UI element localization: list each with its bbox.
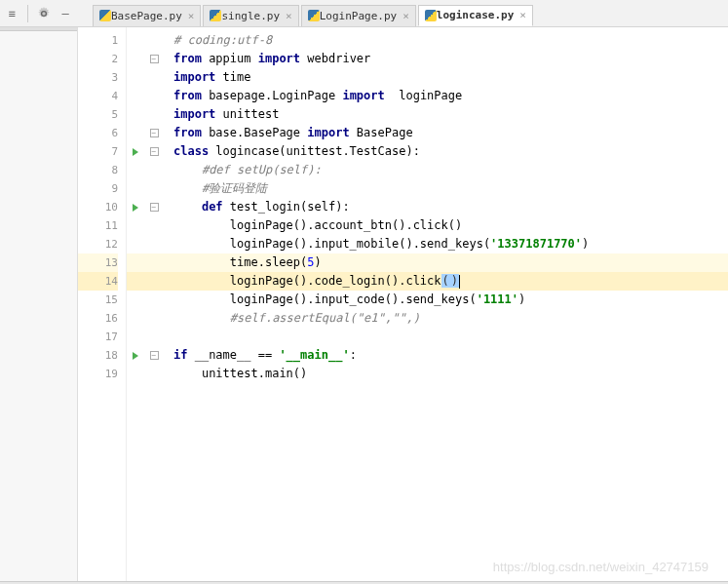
- line-number: 18: [78, 346, 118, 365]
- token-kw: import: [342, 89, 384, 102]
- fold-marker: [144, 161, 164, 179]
- close-icon[interactable]: ×: [286, 10, 292, 22]
- run-marker: [127, 365, 144, 383]
- fold-marker[interactable]: −: [144, 346, 164, 365]
- code-line[interactable]: import time: [173, 68, 728, 87]
- watermark: https://blog.csdn.net/weixin_42747159: [493, 560, 709, 574]
- code-line[interactable]: loginPage().input_mobile().send_keys('13…: [173, 235, 728, 253]
- run-marker: [127, 291, 144, 309]
- fold-marker[interactable]: −: [144, 142, 164, 161]
- fold-icon[interactable]: −: [150, 129, 159, 137]
- tab-logincase-py[interactable]: logincase.py×: [418, 5, 533, 26]
- fold-marker[interactable]: −: [144, 198, 164, 216]
- line-number-gutter: 12345678910111213141516171819: [78, 27, 127, 584]
- run-marker: [127, 309, 144, 328]
- line-number: 14: [78, 272, 118, 291]
- code-line[interactable]: loginPage().code_login().click(): [164, 272, 728, 291]
- token-str: '__main__': [279, 348, 349, 362]
- token-id: loginPage: [385, 89, 462, 102]
- run-marker[interactable]: [127, 346, 144, 365]
- project-panel[interactable]: [0, 27, 78, 584]
- close-icon[interactable]: ×: [402, 10, 409, 22]
- run-marker: [127, 235, 144, 253]
- fold-icon[interactable]: −: [150, 203, 159, 212]
- code-line[interactable]: class logincase(unittest.TestCase):: [173, 142, 728, 161]
- run-marker[interactable]: [127, 198, 144, 216]
- code-line[interactable]: # coding:utf-8: [173, 31, 728, 50]
- code-line[interactable]: unittest.main(): [173, 365, 728, 383]
- line-number: 19: [78, 365, 118, 383]
- token-kw: import: [173, 70, 215, 84]
- run-marker: [127, 68, 144, 87]
- code-line[interactable]: [173, 328, 728, 346]
- fold-marker: [144, 291, 164, 309]
- run-marker: [127, 216, 144, 235]
- code-line[interactable]: def test_login(self):: [173, 198, 728, 216]
- run-icon[interactable]: [133, 148, 138, 156]
- separator: [27, 5, 28, 22]
- token-highlight-paren: ): [450, 274, 459, 288]
- token-id: loginPage().input_mobile().send_keys(: [230, 237, 490, 251]
- fold-marker: [144, 87, 164, 105]
- code-editor[interactable]: 12345678910111213141516171819 −−−−− # co…: [78, 27, 728, 584]
- close-icon[interactable]: ×: [188, 10, 195, 22]
- line-number: 1: [78, 31, 118, 50]
- code-line[interactable]: #self.assertEqual("e1","",): [173, 309, 728, 328]
- code-line[interactable]: loginPage().input_code().send_keys('1111…: [173, 291, 728, 309]
- python-icon: [210, 10, 221, 21]
- line-number: 17: [78, 328, 118, 346]
- python-icon: [99, 10, 111, 21]
- token-kw: import: [307, 126, 349, 139]
- tab-single-py[interactable]: single.py×: [203, 5, 298, 26]
- close-icon[interactable]: ×: [519, 9, 526, 21]
- code-line[interactable]: if __name__ == '__main__':: [173, 346, 728, 365]
- minus-icon[interactable]: —: [57, 6, 73, 21]
- token-id: base.BasePage: [202, 126, 307, 139]
- token-id: basepage.LoginPage: [202, 89, 343, 102]
- code-line[interactable]: #验证码登陆: [173, 179, 728, 198]
- fold-icon[interactable]: −: [150, 55, 159, 63]
- tab-LoginPage-py[interactable]: LoginPage.py×: [301, 5, 416, 26]
- run-marker: [127, 179, 144, 198]
- code-line[interactable]: from base.BasePage import BasePage: [173, 124, 728, 142]
- token-id: unittest: [215, 107, 279, 121]
- fold-gutter: −−−−−: [144, 27, 164, 584]
- token-id: BasePage: [350, 126, 413, 139]
- code-line[interactable]: #def setUp(self):: [173, 161, 728, 179]
- tab-BasePage-py[interactable]: BasePage.py×: [93, 5, 201, 26]
- code-line[interactable]: time.sleep(5): [164, 253, 728, 272]
- code-line[interactable]: from appium import webdriver: [173, 50, 728, 68]
- code-line[interactable]: import unittest: [173, 105, 728, 124]
- run-icon[interactable]: [133, 352, 138, 360]
- token-str: '1111': [477, 292, 518, 306]
- code-line[interactable]: from basepage.LoginPage import loginPage: [173, 87, 728, 105]
- code-area[interactable]: # coding:utf-8from appium import webdriv…: [164, 27, 728, 584]
- gear-icon[interactable]: [36, 6, 52, 21]
- token-cm: #self.assertEqual("e1","",): [230, 311, 420, 325]
- fold-icon[interactable]: −: [150, 351, 159, 360]
- fold-icon[interactable]: −: [150, 147, 159, 156]
- tab-label: single.py: [221, 10, 280, 22]
- run-marker: [127, 161, 144, 179]
- run-marker: [127, 31, 144, 50]
- token-id: __name__ ==: [187, 348, 279, 362]
- line-number: 13: [78, 253, 118, 272]
- expand-icon[interactable]: ≡: [4, 6, 19, 21]
- code-line[interactable]: loginPage().account_btn().click(): [173, 216, 728, 235]
- line-number: 11: [78, 216, 118, 235]
- fold-marker[interactable]: −: [144, 124, 164, 142]
- fold-marker: [144, 216, 164, 235]
- token-id: appium: [202, 52, 258, 65]
- token-kw: class: [173, 144, 209, 158]
- fold-marker: [144, 179, 164, 198]
- token-kw: from: [173, 126, 202, 139]
- fold-marker[interactable]: −: [144, 50, 164, 68]
- token-kw: import: [258, 52, 300, 65]
- token-str: '13371871770': [490, 237, 582, 251]
- token-kw: from: [173, 89, 202, 102]
- run-icon[interactable]: [133, 204, 138, 212]
- line-number: 3: [78, 68, 118, 87]
- tab-label: LoginPage.py: [320, 10, 397, 22]
- panel-separator: [0, 27, 77, 31]
- run-marker[interactable]: [127, 142, 144, 161]
